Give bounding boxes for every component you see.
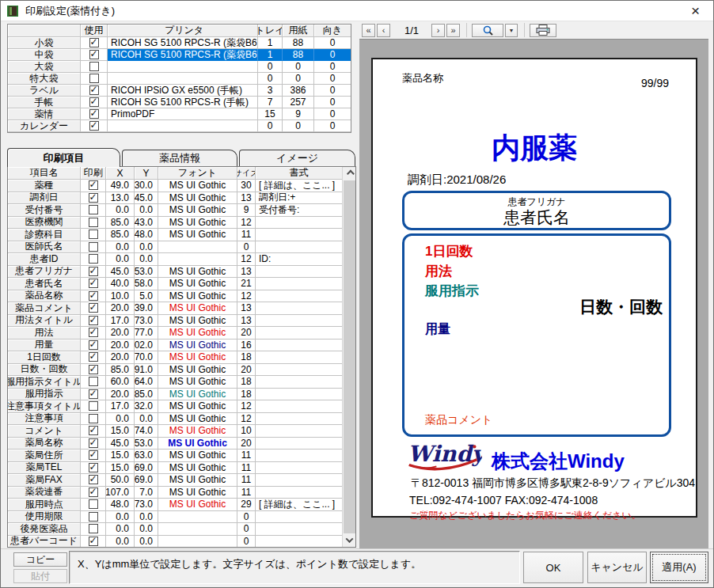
item-print-cell[interactable] [81,376,106,389]
printer-name-cell[interactable]: RICOH SG 5100 RPCS-R (手帳) [108,97,258,108]
printer-name-cell[interactable] [108,73,258,85]
item-y-cell[interactable]: 0.0 [135,204,158,217]
printer-orient-cell[interactable]: 0 [314,37,351,49]
item-table-row[interactable]: 薬局FAX 50.0 169.0 MS UI Gothic 11 [8,474,355,487]
zoom-button[interactable] [472,24,503,37]
apply-button[interactable]: 適用(A) [650,552,708,583]
item-print-cell[interactable] [81,536,106,548]
item-format-cell[interactable]: 調剤日:+ [256,192,342,205]
item-table-row[interactable]: 薬品名称 10.0 5.0 MS UI Gothic 12 [8,290,355,303]
item-table-row[interactable]: 医師氏名 0.0 0.0 0 [8,241,355,254]
print-checkbox[interactable] [89,537,98,546]
printer-table-row[interactable]: 大袋 0 0 0 [8,61,351,73]
item-print-cell[interactable] [81,266,106,279]
item-size-cell[interactable]: 18 [237,389,256,401]
item-name-cell[interactable]: 1日回数 [8,351,81,364]
item-table-row[interactable]: 薬局住所 15.0 163.0 MS UI Gothic 11 [8,450,355,462]
item-y-cell[interactable]: 0.0 [135,536,158,548]
item-y-cell[interactable]: 48.0 [135,229,158,241]
item-table-row[interactable]: 患者フリガナ 45.0 53.0 MS UI Gothic 13 [8,266,355,279]
printer-name-cell[interactable]: RICOH SG 5100 RPCS-R (薬袋B6) [108,37,258,49]
item-name-cell[interactable]: 用法タイトル [8,315,81,328]
item-font-cell[interactable]: MS UI Gothic [158,413,237,426]
item-font-cell[interactable]: MS UI Gothic [158,278,237,290]
item-font-cell[interactable]: MS UI Gothic [158,204,237,217]
item-font-cell[interactable]: MS UI Gothic [158,180,237,192]
printer-table-row[interactable]: 特大袋 0 0 0 [8,73,351,85]
item-table-row[interactable]: 服用指示 20.0 85.0 MS UI Gothic 18 [8,389,355,401]
print-checkbox[interactable] [89,328,98,337]
item-font-cell[interactable] [158,511,237,524]
item-x-cell[interactable]: 85.0 [106,217,135,230]
item-name-cell[interactable]: 薬品コメント [8,302,81,315]
item-format-cell[interactable] [256,302,342,315]
item-y-cell[interactable]: 0.0 [135,241,158,254]
item-font-cell[interactable]: MS UI Gothic [158,266,237,279]
cancel-button[interactable]: キャンセル [587,552,647,583]
item-print-cell[interactable] [81,499,106,511]
print-checkbox[interactable] [89,450,98,460]
printer-paper-cell[interactable]: 88 [283,49,314,61]
print-checkbox[interactable] [89,205,98,214]
first-page-button[interactable]: « [362,24,375,37]
zoom-dropdown-button[interactable]: ▼ [505,24,518,37]
printer-orient-cell[interactable]: 0 [314,49,351,61]
printer-paper-cell[interactable]: 257 [283,97,314,108]
item-y-cell[interactable]: 73.0 [135,499,158,511]
item-name-cell[interactable]: 調剤日 [8,192,81,205]
item-x-cell[interactable]: 85.0 [106,229,135,241]
item-y-cell[interactable]: 0.0 [135,523,158,536]
item-table-row[interactable]: 薬局TEL 15.0 169.0 MS UI Gothic 11 [8,462,355,475]
item-format-cell[interactable] [256,290,342,303]
item-size-cell[interactable]: 30 [237,180,256,192]
item-x-cell[interactable]: 0.0 [106,253,135,266]
print-checkbox[interactable] [89,180,98,190]
print-checkbox[interactable] [89,426,98,435]
item-y-cell[interactable]: 73.0 [135,315,158,328]
item-print-cell[interactable] [81,523,106,536]
item-table-row[interactable]: 薬種 49.0 30.0 MS UI Gothic 30 [ 詳細は、ここ...… [8,180,355,192]
printer-name-cell[interactable]: RICOH SG 5100 RPCS-R (薬袋B6) [108,49,258,61]
item-name-cell[interactable]: 患者バーコード [8,536,81,548]
next-page-button[interactable]: › [431,24,445,37]
item-print-cell[interactable] [81,351,106,364]
item-x-cell[interactable]: 15.0 [106,462,135,475]
printer-orient-cell[interactable]: 0 [314,120,351,132]
item-x-cell[interactable]: 13.0 [106,192,135,205]
item-size-cell[interactable]: 20 [237,438,256,450]
item-print-cell[interactable] [81,278,106,290]
item-x-cell[interactable]: 107.0 [106,487,135,499]
item-name-cell[interactable]: 医療機関 [8,217,81,230]
item-name-cell[interactable]: 受付番号 [8,204,81,217]
printer-use-cell[interactable] [81,120,108,132]
item-format-cell[interactable] [256,389,342,401]
print-checkbox[interactable] [89,377,98,386]
item-size-cell[interactable]: 13 [237,266,256,279]
item-format-cell[interactable] [256,536,342,548]
item-font-cell[interactable] [158,241,237,254]
item-table-row[interactable]: コメント 15.0 174.0 MS UI Gothic 10 [8,425,355,438]
item-x-cell[interactable]: 60.0 [106,376,135,389]
item-table-row[interactable]: 患者氏名 40.0 58.0 MS UI Gothic 21 [8,278,355,290]
item-size-cell[interactable]: 9 [237,204,256,217]
item-format-cell[interactable] [256,413,342,426]
printer-tray-cell[interactable]: 0 [258,73,283,85]
item-table-row[interactable]: 注意事項 0.0 0.0 MS UI Gothic 12 [8,413,355,426]
print-checkbox[interactable] [89,499,98,509]
item-print-cell[interactable] [81,438,106,450]
printer-orient-cell[interactable]: 0 [314,73,351,85]
item-format-cell[interactable] [256,315,342,328]
item-x-cell[interactable]: 10.0 [106,290,135,303]
item-x-cell[interactable]: 0.0 [106,241,135,254]
printer-table-row[interactable]: カレンダー 0 0 0 [8,120,351,132]
item-x-cell[interactable]: 17.0 [106,400,135,413]
item-format-cell[interactable]: ID: [256,253,342,266]
print-checkbox[interactable] [89,401,98,411]
item-y-cell[interactable]: 53.0 [135,266,158,279]
item-font-cell[interactable]: MS UI Gothic [158,229,237,241]
item-x-cell[interactable]: 20.0 [106,351,135,364]
item-name-cell[interactable]: 薬袋連番 [8,487,81,499]
item-table-row[interactable]: 薬品コメント 20.0 139.0 MS UI Gothic 13 [8,302,355,315]
item-x-cell[interactable]: 0.0 [106,204,135,217]
item-size-cell[interactable]: 11 [237,462,256,475]
